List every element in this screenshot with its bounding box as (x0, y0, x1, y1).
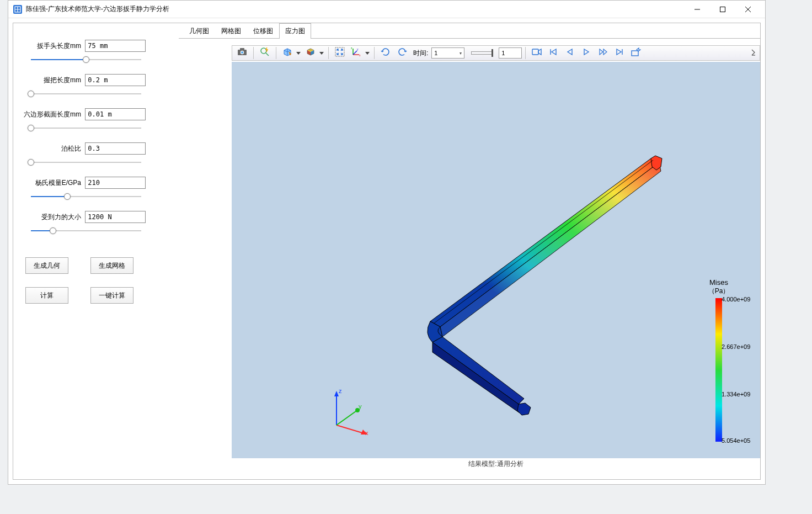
poisson-slider[interactable] (31, 158, 141, 167)
head-length-input[interactable] (85, 40, 146, 52)
cube-select-icon (282, 47, 292, 59)
svg-line-18 (336, 411, 356, 425)
magnifier-bolt-icon (260, 47, 270, 59)
generate-mesh-button[interactable]: 生成网格 (90, 257, 133, 274)
zoom-extents-button[interactable] (257, 46, 273, 60)
record-button[interactable] (529, 46, 544, 60)
skip-first-icon (549, 48, 557, 58)
camcorder-icon (532, 48, 542, 58)
screenshot-button[interactable] (234, 46, 250, 60)
chevron-down-icon (319, 52, 324, 55)
grip-length-slider[interactable] (31, 89, 141, 98)
prev-frame-button[interactable] (562, 46, 578, 60)
legend-bar (715, 298, 722, 442)
rotate-cw-icon (381, 47, 391, 59)
svg-rect-13 (632, 51, 638, 56)
toolbar-overflow-button[interactable] (750, 46, 757, 60)
parameters-panel: 扳手头长度mm 握把长度mm 六边形截面长度mm 泊松比 杨氏模量E/GPa (13, 23, 179, 479)
grip-length-input[interactable] (85, 74, 146, 86)
svg-text:x: x (359, 54, 361, 57)
force-slider[interactable] (31, 226, 141, 235)
chevron-right-icon (751, 48, 756, 58)
param-label: 受到力的大小 (20, 213, 83, 222)
chevron-down-icon: ▾ (460, 51, 462, 56)
time-value: 1 (434, 50, 437, 56)
frame-spinner[interactable]: 1 (499, 47, 522, 59)
svg-point-7 (261, 48, 266, 54)
window-title: 陈佳强-广东技术师范大学-六边形扳手静力学分析 (26, 4, 685, 14)
svg-point-6 (241, 51, 243, 54)
svg-rect-8 (335, 47, 344, 56)
legend-title: Mises (688, 278, 749, 287)
play-button[interactable] (579, 46, 594, 60)
generate-geometry-button[interactable]: 生成几何 (25, 257, 68, 274)
svg-line-16 (336, 425, 364, 433)
param-force: 受到力的大小 (20, 211, 172, 235)
tab-mesh[interactable]: 网格图 (215, 23, 247, 39)
param-label: 扳手头长度mm (20, 41, 83, 51)
param-youngs: 杨氏模量E/GPa (20, 177, 172, 201)
svg-rect-4 (240, 48, 244, 50)
rubik-cube-icon (306, 47, 316, 59)
step-fwd-icon (599, 48, 607, 58)
poisson-input[interactable] (85, 142, 146, 155)
param-poisson: 泊松比 (20, 142, 172, 167)
rotate-ccw-button[interactable] (394, 46, 410, 60)
youngs-input[interactable] (85, 177, 146, 189)
time-label: 时间: (413, 49, 428, 58)
status-bar: 结果模型:通用分析 (232, 459, 760, 469)
one-click-calc-button[interactable]: 一键计算 (90, 287, 133, 304)
last-frame-button[interactable] (612, 46, 627, 60)
tab-geometry[interactable]: 几何图 (183, 23, 215, 39)
selection-dropdown[interactable] (280, 46, 302, 60)
next-frame-button[interactable] (595, 46, 611, 60)
xyz-axes-icon: zxy (351, 47, 362, 59)
timeline-track[interactable] (471, 51, 493, 55)
svg-text:y: y (357, 47, 359, 51)
axis-z-label: z (339, 388, 342, 394)
first-frame-button[interactable] (546, 46, 561, 60)
view-orientation-dropdown[interactable]: zxy (349, 46, 371, 60)
param-label: 杨氏模量E/GPa (20, 178, 83, 188)
fit-to-window-button[interactable] (332, 46, 348, 60)
app-icon (13, 4, 23, 14)
chevron-down-icon (296, 52, 301, 55)
play-rev-icon (566, 48, 574, 58)
export-animation-button[interactable] (628, 46, 644, 60)
render-canvas[interactable]: z y x Mises （Pa） 4.000e+09 2.667e+09 1.3… (232, 62, 760, 458)
axis-y-label: y (359, 403, 362, 410)
param-label: 握把长度mm (20, 76, 83, 85)
close-button[interactable] (735, 1, 761, 18)
youngs-slider[interactable] (31, 192, 141, 201)
param-label: 六边形截面长度mm (20, 110, 83, 119)
svg-text:z: z (351, 47, 352, 50)
viewport-toolbar: zxy 时间: 1▾ 1 (232, 45, 760, 61)
rotate-ccw-icon (397, 47, 407, 59)
legend-unit: （Pa） (688, 287, 749, 296)
legend-v1: 2.667e+09 (722, 343, 750, 350)
colormap-dropdown[interactable] (303, 46, 325, 60)
skip-last-icon (616, 48, 623, 58)
time-combo[interactable]: 1▾ (431, 47, 464, 59)
axis-triad: z y x (325, 386, 375, 436)
client-area: 扳手头长度mm 握把长度mm 六边形截面长度mm 泊松比 杨氏模量E/GPa (13, 23, 761, 480)
titlebar: 陈佳强-广东技术师范大学-六边形扳手静力学分析 (8, 1, 765, 18)
hex-section-slider[interactable] (31, 124, 141, 133)
calculate-button[interactable]: 计算 (25, 287, 68, 304)
svg-marker-15 (334, 391, 339, 396)
param-grip-length: 握把长度mm (20, 74, 172, 98)
maximize-button[interactable] (710, 1, 735, 18)
fit-arrows-icon (335, 47, 345, 59)
head-length-slider[interactable] (31, 55, 141, 64)
tab-stress[interactable]: 应力图 (279, 23, 311, 39)
tab-strip: 几何图 网格图 位移图 应力图 (179, 23, 760, 39)
hex-section-input[interactable] (85, 108, 146, 120)
wrench-model (314, 139, 673, 426)
minimize-button[interactable] (685, 1, 710, 18)
tab-displacement[interactable]: 位移图 (247, 23, 279, 39)
chevron-down-icon (365, 52, 370, 55)
status-text: 结果模型:通用分析 (468, 460, 523, 468)
force-input[interactable] (85, 211, 146, 223)
play-icon (583, 48, 590, 58)
rotate-cw-button[interactable] (378, 46, 393, 60)
